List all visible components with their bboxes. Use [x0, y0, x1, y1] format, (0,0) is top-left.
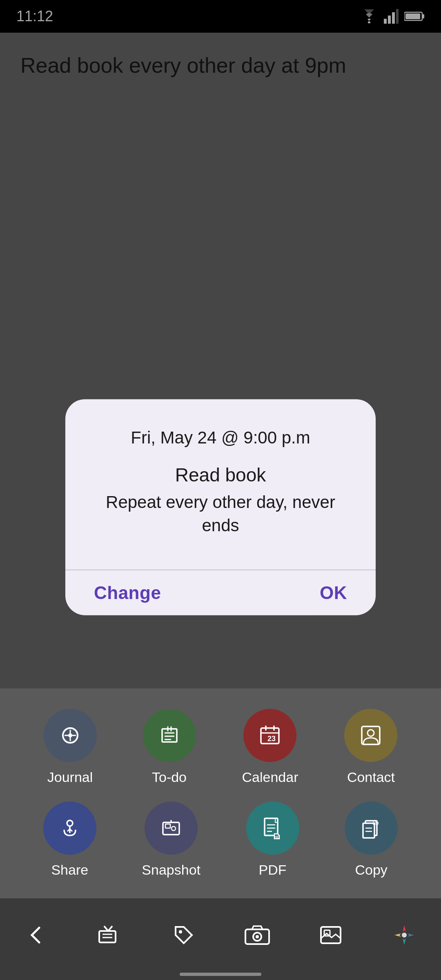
tag-icon: [172, 923, 196, 947]
home-indicator: [180, 973, 261, 976]
change-button[interactable]: Change: [82, 575, 173, 611]
star-button[interactable]: [384, 915, 425, 956]
select-icon: [96, 923, 125, 947]
snapshot-icon: [158, 815, 184, 841]
qa-row-1: Journal To-do: [0, 701, 441, 793]
todo-icon-wrap: [143, 709, 196, 762]
svg-text:23: 23: [267, 735, 276, 743]
dialog-datetime: Fri, May 24 @ 9:00 p.m: [90, 428, 351, 448]
copy-label: Copy: [355, 862, 388, 878]
select-button[interactable]: [90, 915, 131, 956]
qa-item-journal[interactable]: Journal: [44, 709, 97, 785]
svg-text:HD: HD: [274, 835, 280, 839]
gallery-button[interactable]: [310, 915, 351, 956]
svg-point-49: [402, 933, 407, 938]
quick-actions: Journal To-do: [0, 688, 441, 898]
svg-point-28: [172, 826, 176, 831]
svg-rect-30: [265, 818, 278, 835]
gallery-icon: [318, 923, 343, 947]
star-icon: [392, 923, 416, 947]
journal-icon-wrap: [44, 709, 97, 762]
bottom-nav: [0, 898, 441, 980]
ok-button[interactable]: OK: [307, 575, 359, 611]
share-icon-wrap: [43, 802, 96, 855]
calendar-icon-wrap: 23: [243, 709, 296, 762]
back-button[interactable]: [16, 915, 57, 956]
share-label: Share: [51, 862, 88, 878]
qa-row-2: Share Snapshot: [0, 793, 441, 886]
qa-item-copy[interactable]: HD Copy: [345, 802, 398, 878]
snapshot-label: Snapshot: [142, 862, 200, 878]
copy-icon-wrap: HD: [345, 802, 398, 855]
contact-icon-wrap: [344, 709, 397, 762]
svg-text:HD: HD: [373, 821, 379, 826]
qa-item-contact[interactable]: Contact: [344, 709, 397, 785]
todo-icon: [156, 722, 183, 748]
journal-icon: [57, 722, 83, 748]
calendar-label: Calendar: [242, 769, 298, 785]
svg-rect-40: [99, 931, 116, 942]
reminder-dialog: Fri, May 24 @ 9:00 p.m Read book Repeat …: [65, 399, 376, 615]
svg-point-46: [256, 935, 259, 938]
pdf-label: PDF: [259, 862, 287, 878]
contact-icon: [358, 722, 384, 748]
tag-button[interactable]: [163, 915, 204, 956]
dialog-body: Fri, May 24 @ 9:00 p.m Read book Repeat …: [65, 399, 376, 553]
svg-rect-27: [165, 824, 170, 828]
qa-item-pdf[interactable]: HD PDF: [246, 802, 299, 878]
svg-point-43: [179, 930, 182, 933]
contact-label: Contact: [347, 769, 395, 785]
svg-point-11: [68, 733, 72, 737]
share-icon: [57, 815, 83, 841]
camera-icon: [243, 923, 272, 947]
copy-icon: HD: [358, 815, 384, 841]
dialog-title: Read book: [90, 464, 351, 486]
qa-item-share[interactable]: Share: [43, 802, 96, 878]
svg-point-25: [67, 820, 73, 826]
dialog-buttons: Change OK: [65, 570, 376, 615]
calendar-icon: 23: [257, 722, 283, 748]
journal-label: Journal: [47, 769, 93, 785]
pdf-icon: HD: [260, 815, 286, 841]
back-icon: [24, 923, 49, 947]
pdf-icon-wrap: HD: [246, 802, 299, 855]
camera-button[interactable]: [237, 915, 278, 956]
dialog-subtitle: Repeat every other day, never ends: [90, 491, 351, 537]
qa-item-calendar[interactable]: 23 Calendar: [242, 709, 298, 785]
qa-item-todo[interactable]: To-do: [143, 709, 196, 785]
svg-point-24: [368, 730, 374, 736]
todo-label: To-do: [152, 769, 187, 785]
snapshot-icon-wrap: [145, 802, 198, 855]
qa-item-snapshot[interactable]: Snapshot: [142, 802, 200, 878]
